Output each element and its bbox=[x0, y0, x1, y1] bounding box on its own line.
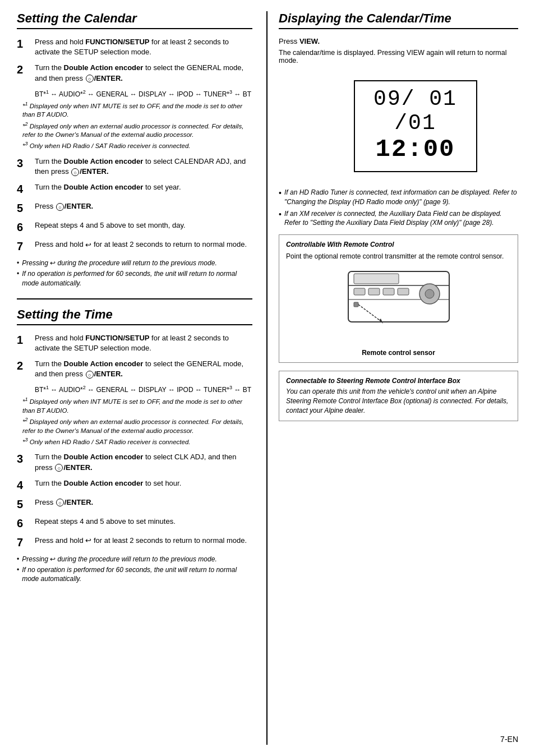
connectable-text: You can operate this unit from the vehic… bbox=[286, 387, 511, 415]
step-text-4: Turn the Double Action encoder to set ye… bbox=[35, 182, 181, 192]
step-1: 1 Press and hold FUNCTION/SETUP for at l… bbox=[17, 37, 252, 57]
displaying-section: Displaying the Calendar/Time Press VIEW.… bbox=[279, 11, 518, 421]
display-date: 09/ 01 /01 bbox=[366, 87, 465, 135]
step-num-1: 1 bbox=[17, 37, 30, 50]
enter-icon-t3: ○ bbox=[55, 464, 63, 472]
enter-icon-3: ○ bbox=[71, 168, 79, 176]
step-3: 3 Turn the Double Action encoder to sele… bbox=[17, 156, 252, 177]
time-step-num-5: 5 bbox=[17, 497, 30, 511]
time-step-text-5: Press ○/ENTER. bbox=[35, 497, 93, 508]
step-num-6: 6 bbox=[17, 220, 30, 234]
time-step-6: 6 Repeat steps 4 and 5 above to set minu… bbox=[17, 517, 252, 530]
svg-rect-7 bbox=[398, 288, 409, 295]
time-footnote-1: *1 Displayed only when INT MUTE is set t… bbox=[22, 396, 252, 415]
svg-rect-3 bbox=[354, 274, 399, 284]
time-footnote-2: *2 Displayed only when an external audio… bbox=[22, 416, 252, 435]
page-suffix: -EN bbox=[505, 735, 518, 744]
section1-bullets: Pressing ↩ during the procedure will ret… bbox=[17, 259, 252, 288]
step-num-3: 3 bbox=[17, 156, 30, 170]
bt-line-2: BT*1 ↔ AUDIO*2 ↔ GENERAL ↔ DISPLAY ↔ IPO… bbox=[35, 385, 252, 394]
time-step-num-2: 2 bbox=[17, 359, 30, 372]
setting-calendar-title: Setting the Calendar bbox=[17, 11, 252, 29]
bt-line-1: BT*1 ↔ AUDIO*2 ↔ GENERAL ↔ DISPLAY ↔ IPO… bbox=[35, 89, 252, 98]
setting-calendar-section: Setting the Calendar 1 Press and hold FU… bbox=[17, 11, 252, 288]
right-bullet-1: If an HD Radio Tuner is connected, text … bbox=[279, 188, 518, 207]
page-number: 7-EN bbox=[500, 729, 518, 746]
enter-icon-t2: ○ bbox=[86, 371, 94, 379]
time-step-text-2: Turn the Double Action encoder to select… bbox=[35, 359, 252, 379]
remote-box-text: Point the optional remote control transm… bbox=[286, 252, 511, 261]
enter-icon-5: ○ bbox=[56, 203, 64, 211]
time-step-num-6: 6 bbox=[17, 517, 30, 530]
calendar-time-display: 09/ 01 /01 12:00 bbox=[354, 80, 477, 172]
section2-bullets: Pressing ↩ during the procedure will ret… bbox=[17, 555, 252, 584]
section-divider bbox=[17, 298, 252, 299]
press-view-desc: The calendar/time is displayed. Pressing… bbox=[279, 49, 518, 64]
footnote-1: *1 Displayed only when INT MUTE is set t… bbox=[22, 100, 252, 119]
time-step-text-6: Repeat steps 4 and 5 above to set minute… bbox=[35, 517, 176, 527]
svg-marker-12 bbox=[379, 319, 383, 324]
time-step-text-4: Turn the Double Action encoder to set ho… bbox=[35, 478, 181, 488]
time-step-num-1: 1 bbox=[17, 333, 30, 347]
right-bullet-2: If an XM receiver is connected, the Auxi… bbox=[279, 209, 518, 228]
step-text-7: Press and hold ↩ for at least 2 seconds … bbox=[35, 239, 247, 250]
remote-control-box: Controllable With Remote Control Point t… bbox=[279, 234, 518, 363]
time-step-4: 4 Turn the Double Action encoder to set … bbox=[17, 478, 252, 492]
connectable-title: Connectable to Steering Remote Control I… bbox=[286, 377, 511, 385]
step-text-3: Turn the Double Action encoder to select… bbox=[35, 156, 252, 177]
setting-time-title: Setting the Time bbox=[17, 307, 252, 325]
back-icon-t: ↩ bbox=[85, 536, 91, 546]
step-4: 4 Turn the Double Action encoder to set … bbox=[17, 182, 252, 196]
remote-control-svg bbox=[343, 266, 455, 344]
remote-box-title: Controllable With Remote Control bbox=[286, 241, 511, 248]
step-7: 7 Press and hold ↩ for at least 2 second… bbox=[17, 239, 252, 253]
display-clock: 12:00 bbox=[366, 135, 465, 163]
displaying-title: Displaying the Calendar/Time bbox=[279, 11, 518, 29]
svg-line-11 bbox=[358, 305, 382, 322]
bullet-1: Pressing ↩ during the procedure will ret… bbox=[17, 259, 252, 268]
footnotes-2: *1 Displayed only when INT MUTE is set t… bbox=[22, 396, 252, 446]
enter-icon-t5: ○ bbox=[56, 499, 64, 506]
step-num-7: 7 bbox=[17, 239, 30, 253]
step-num-2: 2 bbox=[17, 63, 30, 76]
svg-rect-6 bbox=[383, 288, 394, 295]
time-step-num-7: 7 bbox=[17, 536, 30, 549]
time-step-7: 7 Press and hold ↩ for at least 2 second… bbox=[17, 536, 252, 549]
right-column: Displaying the Calendar/Time Press VIEW.… bbox=[266, 11, 518, 745]
step-text-6: Repeat steps 4 and 5 above to set month,… bbox=[35, 220, 186, 231]
time-step-text-7: Press and hold ↩ for at least 2 seconds … bbox=[35, 536, 247, 546]
step-6: 6 Repeat steps 4 and 5 above to set mont… bbox=[17, 220, 252, 234]
step-text-5: Press ○/ENTER. bbox=[35, 201, 93, 211]
step-text-1: Press and hold FUNCTION/SETUP for at lea… bbox=[35, 37, 252, 57]
step-text-2: Turn the Double Action encoder to select… bbox=[35, 63, 252, 83]
step-num-5: 5 bbox=[17, 201, 30, 215]
time-step-3: 3 Turn the Double Action encoder to sele… bbox=[17, 452, 252, 472]
page-num-value: 7 bbox=[500, 735, 505, 744]
setting-time-section: Setting the Time 1 Press and hold FUNCTI… bbox=[17, 307, 252, 584]
footnote-2: *2 Displayed only when an external audio… bbox=[22, 121, 252, 140]
step-2: 2 Turn the Double Action encoder to sele… bbox=[17, 63, 252, 83]
footnote-3: *3 Only when HD Radio / SAT Radio receiv… bbox=[22, 140, 252, 150]
time-step-num-3: 3 bbox=[17, 452, 30, 465]
time-step-text-3: Turn the Double Action encoder to select… bbox=[35, 452, 252, 472]
time-bullet-1: Pressing ↩ during the procedure will ret… bbox=[17, 555, 252, 564]
time-step-text-1: Press and hold FUNCTION/SETUP for at lea… bbox=[35, 333, 252, 353]
footnotes-1: *1 Displayed only when INT MUTE is set t… bbox=[22, 100, 252, 151]
remote-caption: Remote control sensor bbox=[286, 349, 511, 357]
left-column: Setting the Calendar 1 Press and hold FU… bbox=[17, 11, 266, 745]
time-step-1: 1 Press and hold FUNCTION/SETUP for at l… bbox=[17, 333, 252, 353]
step-num-4: 4 bbox=[17, 182, 30, 196]
right-info-bullets: If an HD Radio Tuner is connected, text … bbox=[279, 188, 518, 228]
step-5: 5 Press ○/ENTER. bbox=[17, 201, 252, 215]
enter-icon: ○ bbox=[86, 75, 94, 82]
svg-rect-5 bbox=[368, 288, 380, 295]
back-icon: ↩ bbox=[85, 240, 91, 250]
time-bullet-2: If no operation is performed for 60 seco… bbox=[17, 565, 252, 584]
svg-point-9 bbox=[425, 289, 434, 298]
time-step-2: 2 Turn the Double Action encoder to sele… bbox=[17, 359, 252, 379]
press-view-label: Press VIEW. bbox=[279, 37, 518, 45]
connectable-box: Connectable to Steering Remote Control I… bbox=[279, 371, 518, 421]
svg-rect-10 bbox=[354, 302, 358, 307]
bullet-2: If no operation is performed for 60 seco… bbox=[17, 269, 252, 288]
time-step-5: 5 Press ○/ENTER. bbox=[17, 497, 252, 511]
